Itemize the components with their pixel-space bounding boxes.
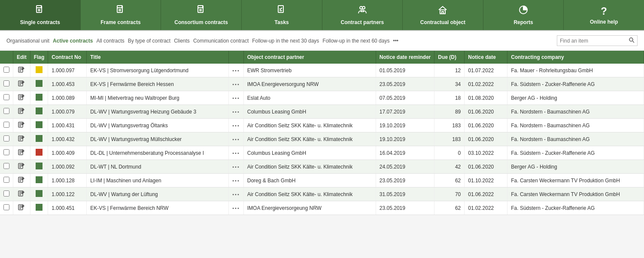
nav-icon-online-help: ?	[601, 5, 607, 17]
flag-yellow[interactable]	[36, 66, 43, 73]
row-checkbox[interactable]	[3, 80, 9, 86]
edit-icon[interactable]	[18, 80, 25, 88]
due-days: 183	[434, 119, 465, 132]
filter-item-active-contracts[interactable]: Active contracts	[53, 38, 93, 44]
notice-date-reminder: 23.05.2019	[376, 174, 434, 187]
search-input[interactable]	[560, 38, 629, 44]
notice-date-reminder: 19.10.2019	[376, 119, 434, 132]
table-row: 1.000.432DL-WV | Wartungsvertrag Müllsch…	[0, 132, 644, 146]
filter-item-by-type[interactable]: By type of contract	[128, 38, 170, 44]
table-row: 1.000.079DL-WV | Wartungsvertrag Heizung…	[0, 105, 644, 119]
row-checkbox[interactable]	[3, 135, 9, 141]
flag-green[interactable]	[36, 190, 43, 197]
contract-title: DL-WV | Wartungsvertrag Müllschlucker	[87, 132, 229, 146]
edit-icon[interactable]	[18, 108, 25, 116]
notice-date: 01.02.2022	[465, 201, 507, 215]
contracting-company: Berger AG - Holding	[507, 91, 644, 105]
th-due: Due (D)	[434, 51, 465, 64]
nav-item-single-contracts[interactable]: Single contracts	[0, 0, 81, 30]
edit-icon[interactable]	[18, 94, 25, 102]
row-menu-dots[interactable]: •••	[232, 150, 240, 156]
notice-date: 01.02.2022	[465, 77, 507, 91]
edit-icon[interactable]	[18, 204, 25, 212]
filter-item-all-contracts[interactable]: All contracts	[96, 38, 124, 44]
contract-no: 1.000.089	[48, 91, 87, 105]
edit-icon[interactable]	[18, 121, 25, 129]
row-menu-dots[interactable]: •••	[232, 109, 240, 114]
row-checkbox[interactable]	[3, 190, 9, 197]
nav-item-contract-partners[interactable]: Contract partners	[322, 0, 403, 30]
th-edit: Edit	[13, 51, 30, 64]
flag-green[interactable]	[36, 121, 43, 128]
edit-icon[interactable]	[18, 135, 25, 143]
row-checkbox[interactable]	[3, 204, 9, 210]
row-checkbox[interactable]	[3, 94, 9, 100]
row-menu-dots[interactable]: •••	[232, 82, 240, 87]
table-row: 1.000.128LI-IM | Maschinen und Anlagen••…	[0, 174, 644, 187]
contracting-company: Fa. Carsten Weckermann TV Produktion Gmb…	[507, 174, 644, 187]
contract-no: 1.000.451	[48, 201, 87, 215]
contract-no: 1.000.431	[48, 119, 87, 132]
filter-item-followup-30[interactable]: Follow-up in the next 30 days	[252, 38, 319, 44]
row-menu-dots[interactable]: •••	[232, 137, 240, 142]
flag-green[interactable]	[36, 163, 43, 169]
notice-date: 01.06.2020	[465, 132, 507, 146]
row-checkbox[interactable]	[3, 149, 9, 155]
flag-green[interactable]	[36, 176, 43, 183]
flag-green[interactable]	[36, 94, 43, 101]
edit-icon[interactable]	[18, 176, 25, 184]
edit-icon[interactable]	[18, 190, 25, 198]
object-contract-partner: Air Condition Seitz SKK Kälte- u. Klimat…	[243, 187, 376, 201]
notice-date: 01.06.2020	[465, 160, 507, 174]
row-menu-dots[interactable]: •••	[232, 178, 240, 183]
row-checkbox[interactable]	[3, 108, 9, 114]
filter-item-followup-60[interactable]: Follow-up in the next 60 days	[322, 38, 389, 44]
edit-icon[interactable]	[18, 149, 25, 157]
row-menu-dots[interactable]: •••	[232, 123, 240, 128]
contracts-table: Edit Flag Contract No Title Object contr…	[0, 51, 644, 215]
edit-icon[interactable]	[18, 163, 25, 171]
flag-green[interactable]	[36, 108, 43, 114]
flag-red[interactable]	[36, 149, 43, 156]
nav-item-reports[interactable]: Reports	[483, 0, 564, 30]
notice-date: 01.06.2020	[465, 119, 507, 132]
contract-title: EK-VS | Fernwärme Bereich Hessen	[87, 77, 229, 91]
row-menu-dots[interactable]: •••	[232, 95, 240, 101]
flag-green[interactable]	[36, 135, 43, 142]
table-row: 1.000.122DL-WV | Wartung der Lüftung•••A…	[0, 187, 644, 201]
filter-item-clients[interactable]: Clients	[174, 38, 190, 44]
table-row: 1.000.451EK-VS | Fernwärme Bereich NRW••…	[0, 201, 644, 215]
row-menu-dots[interactable]: •••	[232, 206, 240, 211]
nav-label-online-help: Online help	[590, 19, 618, 25]
table-row: 1.000.089MI-MI | Mietvertrag neu Waltrop…	[0, 91, 644, 105]
edit-icon[interactable]	[18, 66, 25, 74]
row-checkbox[interactable]	[3, 163, 9, 169]
row-checkbox[interactable]	[3, 122, 9, 128]
nav-icon-frame-contracts	[115, 5, 126, 18]
contracting-company: Fa. Nordstern - Baumaschinen AG	[507, 132, 644, 146]
filter-item-org-unit[interactable]: Organisational unit	[6, 38, 49, 44]
notice-date-reminder: 07.05.2019	[376, 91, 434, 105]
notice-date: 01.08.2020	[465, 91, 507, 105]
nav-item-contractual-object[interactable]: Contractual object	[403, 0, 483, 30]
row-checkbox[interactable]	[3, 177, 9, 183]
filter-item-more[interactable]: •••	[393, 38, 398, 44]
notice-date-reminder: 24.05.2019	[376, 160, 434, 174]
filter-item-communication[interactable]: Communication contract	[193, 38, 249, 44]
row-menu-dots[interactable]: •••	[232, 68, 240, 73]
nav-item-tasks[interactable]: Tasks	[242, 0, 322, 30]
object-contract-partner: Air Condition Seitz SKK Kälte- u. Klimat…	[243, 119, 376, 132]
nav-item-online-help[interactable]: ?Online help	[564, 0, 644, 30]
notice-date: 01.10.2022	[465, 174, 507, 187]
flag-green[interactable]	[36, 204, 43, 211]
nav-item-frame-contracts[interactable]: Frame contracts	[81, 0, 161, 30]
row-checkbox[interactable]	[3, 67, 9, 73]
search-icon[interactable]	[629, 37, 635, 44]
row-menu-dots[interactable]: •••	[232, 192, 240, 197]
object-contract-partner: Columbus Leasing GmbH	[243, 146, 376, 160]
notice-date-reminder: 19.10.2019	[376, 132, 434, 146]
row-menu-dots[interactable]: •••	[232, 164, 240, 169]
nav-item-consortium-contracts[interactable]: Consortium contracts	[161, 0, 242, 30]
flag-green[interactable]	[36, 80, 43, 87]
th-dots	[229, 51, 244, 64]
